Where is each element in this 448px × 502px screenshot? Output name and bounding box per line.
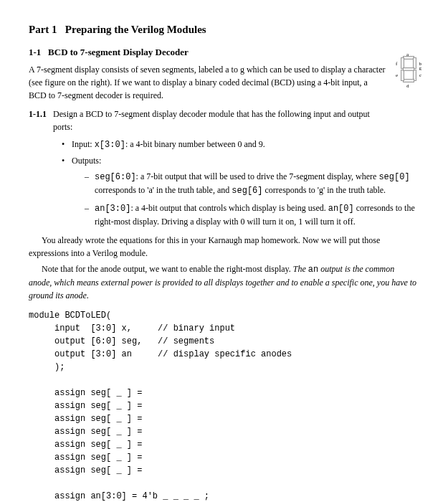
seg-desc1: : a 7-bit output that will be used to dr… <box>136 171 379 181</box>
code-l9: assign seg[ _ ] = <box>29 414 142 424</box>
seg-output-item: seg[6:0]: a 7-bit output that will be us… <box>85 170 419 197</box>
intro-paragraph: A 7-segment display consists of seven se… <box>29 63 419 102</box>
an-desc1: : a 4-bit output that controls which dis… <box>130 203 328 213</box>
code-l4: output [3:0] an // display specific anod… <box>29 349 292 359</box>
seg-code1: seg[6:0] <box>95 172 136 182</box>
io-list: Input: x[3:0]: a 4-bit binary number bet… <box>62 138 419 228</box>
seg-code2: seg[0] <box>378 172 409 182</box>
subsection-number: 1-1.1 <box>29 108 53 133</box>
code-l10: assign seg[ _ ] = <box>29 427 142 437</box>
seg-label-d: d <box>406 82 409 90</box>
part-title-text: Preparing the Verilog Modules <box>65 24 206 35</box>
seg-desc3: corresponds to 'g' in the truth table. <box>263 185 386 195</box>
code-l2: input [3:0] x, // binary input <box>29 323 235 333</box>
input-desc: : a 4-bit binary number between 0 and 9. <box>125 139 265 149</box>
code-l8: assign seg[ _ ] = <box>29 401 142 411</box>
an-output-item: an[3:0]: a 4-bit output that controls wh… <box>85 202 419 228</box>
section-heading: 1-1 BCD to 7-segment Display Decoder <box>29 45 419 60</box>
code-l5: ); <box>29 362 65 372</box>
seg-label-c: c <box>419 72 421 80</box>
code-l11: assign seg[ _ ] = <box>29 440 142 450</box>
outputs-bullet: Outputs: seg[6:0]: a 7-bit output that w… <box>62 154 419 228</box>
code-l7: assign seg[ _ ] = <box>29 388 142 398</box>
an-code1: an[3:0] <box>95 204 130 214</box>
part-label: Part 1 <box>29 24 57 35</box>
subsection-text: Design a BCD to 7-segment display decode… <box>53 108 387 133</box>
code-l15: assign an[3:0] = 4'b _ _ _ _ ; <box>29 491 209 501</box>
code-l1: module BCDToLED( <box>29 311 111 321</box>
karnaugh-paragraph: You already wrote the equations for this… <box>29 234 419 260</box>
outputs-sublist: seg[6:0]: a 7-bit output that will be us… <box>85 170 419 228</box>
seg-desc2: corresponds to 'a' in the truth table, a… <box>95 185 232 195</box>
seven-segment-figure: a b c d e f g <box>398 56 419 83</box>
document-content: Part 1 Preparing the Verilog Modules 1-1… <box>29 22 419 502</box>
input-bullet: Input: x[3:0]: a 4-bit binary number bet… <box>62 138 419 151</box>
anode-plain1: Note that for the anode output, we want … <box>42 264 293 274</box>
anode-note-paragraph: Note that for the anode output, we want … <box>29 262 419 302</box>
section-title-text: BCD to 7-segment Display Decoder <box>48 47 189 57</box>
part-heading: Part 1 Preparing the Verilog Modules <box>29 22 419 38</box>
anode-code: an <box>308 265 318 275</box>
verilog-code-block: module BCDToLED( input [3:0] x, // binar… <box>29 309 419 502</box>
seg-label-e: e <box>396 72 398 80</box>
anode-italic1: The <box>293 264 308 274</box>
input-code: x[3:0] <box>95 140 125 150</box>
code-l13: assign seg[ _ ] = <box>29 465 142 475</box>
seg-label-a: a <box>406 51 409 59</box>
code-l3: output [6:0] seg, // segments <box>29 336 214 346</box>
section-number: 1-1 <box>29 47 41 57</box>
code-l12: assign seg[ _ ] = <box>29 453 142 463</box>
seg-code3: seg[6] <box>232 186 262 196</box>
an-code2: an[0] <box>328 204 354 214</box>
seg-label-f: f <box>396 60 397 68</box>
seg-label-g: g <box>419 65 422 72</box>
outputs-label: Outputs: <box>72 156 101 166</box>
subsection-heading: 1-1.1 Design a BCD to 7-segment display … <box>29 108 419 133</box>
